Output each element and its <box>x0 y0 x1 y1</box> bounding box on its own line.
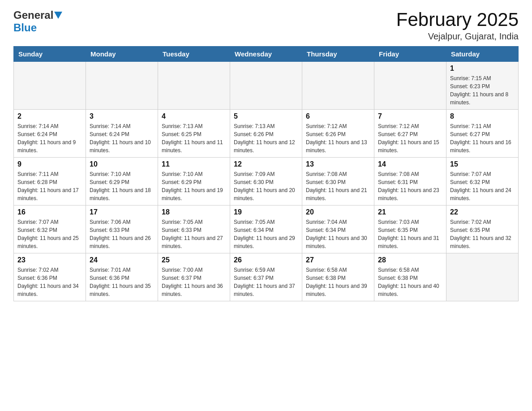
calendar-cell: 10Sunrise: 7:10 AMSunset: 6:29 PMDayligh… <box>86 158 158 206</box>
calendar-cell: 4Sunrise: 7:13 AMSunset: 6:25 PMDaylight… <box>158 110 230 158</box>
day-info: Sunrise: 7:14 AMSunset: 6:24 PMDaylight:… <box>17 122 82 154</box>
location-title: Vejalpur, Gujarat, India <box>396 31 519 42</box>
day-number: 27 <box>306 256 370 264</box>
weekday-header-saturday: Saturday <box>446 47 519 62</box>
day-info: Sunrise: 7:11 AMSunset: 6:28 PMDaylight:… <box>17 170 82 202</box>
day-info: Sunrise: 7:02 AMSunset: 6:35 PMDaylight:… <box>450 218 515 250</box>
day-number: 14 <box>378 160 442 168</box>
calendar-cell: 5Sunrise: 7:13 AMSunset: 6:26 PMDaylight… <box>230 110 302 158</box>
day-info: Sunrise: 7:08 AMSunset: 6:31 PMDaylight:… <box>378 170 442 202</box>
calendar-cell <box>86 62 158 110</box>
weekday-header-thursday: Thursday <box>302 47 374 62</box>
calendar-cell: 6Sunrise: 7:12 AMSunset: 6:26 PMDaylight… <box>302 110 374 158</box>
calendar-cell: 18Sunrise: 7:05 AMSunset: 6:33 PMDayligh… <box>158 206 230 253</box>
weekday-header-friday: Friday <box>374 47 446 62</box>
day-number: 9 <box>17 160 82 168</box>
day-info: Sunrise: 7:01 AMSunset: 6:36 PMDaylight:… <box>90 266 154 298</box>
calendar-cell: 8Sunrise: 7:11 AMSunset: 6:27 PMDaylight… <box>446 110 519 158</box>
calendar-cell <box>158 62 230 110</box>
calendar-cell: 25Sunrise: 7:00 AMSunset: 6:37 PMDayligh… <box>158 253 230 301</box>
day-info: Sunrise: 7:04 AMSunset: 6:34 PMDaylight:… <box>306 218 370 250</box>
day-info: Sunrise: 7:12 AMSunset: 6:26 PMDaylight:… <box>306 122 370 154</box>
day-info: Sunrise: 7:07 AMSunset: 6:32 PMDaylight:… <box>450 170 515 202</box>
day-number: 8 <box>450 112 515 120</box>
calendar-week-3: 9Sunrise: 7:11 AMSunset: 6:28 PMDaylight… <box>14 158 519 206</box>
calendar-cell: 20Sunrise: 7:04 AMSunset: 6:34 PMDayligh… <box>302 206 374 253</box>
calendar-cell <box>230 62 302 110</box>
day-number: 23 <box>17 256 82 264</box>
day-number: 2 <box>17 112 82 120</box>
day-number: 5 <box>234 112 298 120</box>
day-info: Sunrise: 7:00 AMSunset: 6:37 PMDaylight:… <box>162 266 226 298</box>
calendar-week-1: 1Sunrise: 7:15 AMSunset: 6:23 PMDaylight… <box>14 62 519 110</box>
calendar-cell: 19Sunrise: 7:05 AMSunset: 6:34 PMDayligh… <box>230 206 302 253</box>
day-number: 3 <box>90 112 154 120</box>
calendar-cell <box>374 62 446 110</box>
day-info: Sunrise: 7:07 AMSunset: 6:32 PMDaylight:… <box>17 218 82 250</box>
day-number: 21 <box>378 208 442 216</box>
day-number: 22 <box>450 208 515 216</box>
calendar-cell: 23Sunrise: 7:02 AMSunset: 6:36 PMDayligh… <box>14 253 86 301</box>
day-info: Sunrise: 7:12 AMSunset: 6:27 PMDaylight:… <box>378 122 442 154</box>
calendar-cell: 21Sunrise: 7:03 AMSunset: 6:35 PMDayligh… <box>374 206 446 253</box>
calendar-cell: 13Sunrise: 7:08 AMSunset: 6:30 PMDayligh… <box>302 158 374 206</box>
day-info: Sunrise: 6:58 AMSunset: 6:38 PMDaylight:… <box>378 266 442 298</box>
logo-blue-text: Blue <box>13 21 37 34</box>
calendar-cell <box>302 62 374 110</box>
day-info: Sunrise: 7:08 AMSunset: 6:30 PMDaylight:… <box>306 170 370 202</box>
calendar-cell: 7Sunrise: 7:12 AMSunset: 6:27 PMDaylight… <box>374 110 446 158</box>
calendar-cell: 24Sunrise: 7:01 AMSunset: 6:36 PMDayligh… <box>86 253 158 301</box>
svg-marker-0 <box>54 12 62 19</box>
day-number: 16 <box>17 208 82 216</box>
weekday-header-row: SundayMondayTuesdayWednesdayThursdayFrid… <box>14 47 519 62</box>
calendar-cell: 3Sunrise: 7:14 AMSunset: 6:24 PMDaylight… <box>86 110 158 158</box>
day-info: Sunrise: 7:13 AMSunset: 6:25 PMDaylight:… <box>162 122 226 154</box>
calendar-cell <box>446 253 519 301</box>
weekday-header-tuesday: Tuesday <box>158 47 230 62</box>
day-info: Sunrise: 7:06 AMSunset: 6:33 PMDaylight:… <box>90 218 154 250</box>
logo: General Blue <box>13 9 62 34</box>
day-number: 11 <box>162 160 226 168</box>
calendar-cell: 2Sunrise: 7:14 AMSunset: 6:24 PMDaylight… <box>14 110 86 158</box>
day-number: 25 <box>162 256 226 264</box>
title-section: February 2025 Vejalpur, Gujarat, India <box>396 9 519 42</box>
day-number: 15 <box>450 160 515 168</box>
logo-triangle-icon <box>54 12 62 19</box>
month-title: February 2025 <box>396 9 519 30</box>
day-number: 28 <box>378 256 442 264</box>
day-number: 7 <box>378 112 442 120</box>
calendar-week-5: 23Sunrise: 7:02 AMSunset: 6:36 PMDayligh… <box>14 253 519 301</box>
calendar-cell: 11Sunrise: 7:10 AMSunset: 6:29 PMDayligh… <box>158 158 230 206</box>
calendar-week-4: 16Sunrise: 7:07 AMSunset: 6:32 PMDayligh… <box>14 206 519 253</box>
calendar-cell: 15Sunrise: 7:07 AMSunset: 6:32 PMDayligh… <box>446 158 519 206</box>
calendar-cell: 26Sunrise: 6:59 AMSunset: 6:37 PMDayligh… <box>230 253 302 301</box>
day-number: 6 <box>306 112 370 120</box>
calendar-cell: 27Sunrise: 6:58 AMSunset: 6:38 PMDayligh… <box>302 253 374 301</box>
calendar-week-2: 2Sunrise: 7:14 AMSunset: 6:24 PMDaylight… <box>14 110 519 158</box>
day-info: Sunrise: 6:59 AMSunset: 6:37 PMDaylight:… <box>234 266 298 298</box>
page-header: General Blue February 2025 Vejalpur, Guj… <box>13 9 519 42</box>
day-info: Sunrise: 7:13 AMSunset: 6:26 PMDaylight:… <box>234 122 298 154</box>
day-info: Sunrise: 7:15 AMSunset: 6:23 PMDaylight:… <box>450 74 515 107</box>
day-number: 12 <box>234 160 298 168</box>
calendar-cell: 14Sunrise: 7:08 AMSunset: 6:31 PMDayligh… <box>374 158 446 206</box>
calendar-cell: 28Sunrise: 6:58 AMSunset: 6:38 PMDayligh… <box>374 253 446 301</box>
calendar-table: SundayMondayTuesdayWednesdayThursdayFrid… <box>13 46 519 301</box>
logo-general-text: General <box>13 9 53 21</box>
day-info: Sunrise: 7:10 AMSunset: 6:29 PMDaylight:… <box>90 170 154 202</box>
calendar-cell: 17Sunrise: 7:06 AMSunset: 6:33 PMDayligh… <box>86 206 158 253</box>
calendar-cell: 1Sunrise: 7:15 AMSunset: 6:23 PMDaylight… <box>446 62 519 110</box>
day-info: Sunrise: 7:14 AMSunset: 6:24 PMDaylight:… <box>90 122 154 154</box>
day-number: 10 <box>90 160 154 168</box>
day-number: 19 <box>234 208 298 216</box>
weekday-header-wednesday: Wednesday <box>230 47 302 62</box>
weekday-header-monday: Monday <box>86 47 158 62</box>
calendar-cell: 16Sunrise: 7:07 AMSunset: 6:32 PMDayligh… <box>14 206 86 253</box>
calendar-cell: 9Sunrise: 7:11 AMSunset: 6:28 PMDaylight… <box>14 158 86 206</box>
day-number: 13 <box>306 160 370 168</box>
weekday-header-sunday: Sunday <box>14 47 86 62</box>
day-number: 18 <box>162 208 226 216</box>
day-info: Sunrise: 7:05 AMSunset: 6:33 PMDaylight:… <box>162 218 226 250</box>
calendar-cell: 12Sunrise: 7:09 AMSunset: 6:30 PMDayligh… <box>230 158 302 206</box>
day-info: Sunrise: 7:05 AMSunset: 6:34 PMDaylight:… <box>234 218 298 250</box>
